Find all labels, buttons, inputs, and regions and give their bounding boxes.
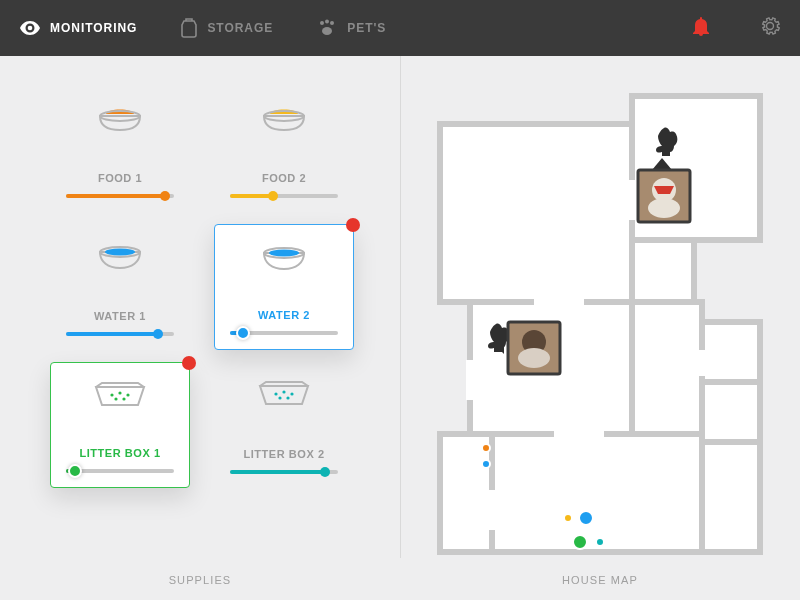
supply-card[interactable]: FOOD 2 <box>214 86 354 212</box>
supplies-panel: FOOD 1FOOD 2WATER 1WATER 2LITTER BOX 1LI… <box>0 56 400 600</box>
supply-label: FOOD 2 <box>262 172 306 184</box>
svg-rect-29 <box>702 442 760 552</box>
supply-label: FOOD 1 <box>98 172 142 184</box>
svg-point-13 <box>126 393 129 396</box>
litter-bowl-icon <box>90 377 150 415</box>
level-slider[interactable] <box>66 332 174 336</box>
notification-icon[interactable] <box>692 16 710 40</box>
svg-point-45 <box>518 348 550 368</box>
svg-rect-23 <box>632 240 694 302</box>
floor-plan[interactable] <box>434 90 764 560</box>
svg-point-12 <box>118 391 121 394</box>
svg-point-14 <box>114 397 117 400</box>
supply-card[interactable]: LITTER BOX 1 <box>50 362 190 488</box>
svg-rect-28 <box>702 382 760 442</box>
nav-storage[interactable]: STORAGE <box>181 18 273 38</box>
svg-point-16 <box>274 392 277 395</box>
settings-icon[interactable] <box>760 16 780 40</box>
svg-rect-27 <box>702 322 760 382</box>
svg-point-11 <box>110 393 113 396</box>
litter-bowl-icon <box>254 376 314 414</box>
water-bowl-icon <box>92 238 148 278</box>
water-bowl-icon <box>256 239 312 279</box>
paw-icon <box>317 19 337 37</box>
svg-point-3 <box>330 21 334 25</box>
eye-icon <box>20 21 40 35</box>
supply-card[interactable]: WATER 2 <box>214 224 354 350</box>
svg-point-10 <box>269 250 299 257</box>
food-bowl-icon <box>92 100 148 140</box>
level-slider[interactable] <box>230 194 338 198</box>
svg-rect-21 <box>440 124 632 302</box>
supply-card[interactable]: LITTER BOX 2 <box>214 362 354 488</box>
nav-label: STORAGE <box>207 21 273 35</box>
food-bowl-icon <box>256 100 312 140</box>
supplies-label: SUPPLIES <box>0 574 400 586</box>
svg-point-37 <box>482 444 490 452</box>
svg-point-2 <box>325 20 329 24</box>
svg-point-15 <box>122 397 125 400</box>
svg-rect-30 <box>632 302 702 434</box>
level-slider[interactable] <box>230 470 338 474</box>
svg-point-19 <box>278 396 281 399</box>
supply-label: WATER 1 <box>94 310 146 322</box>
svg-point-18 <box>290 392 293 395</box>
svg-point-4 <box>322 27 332 35</box>
svg-point-1 <box>320 21 324 25</box>
alert-dot-icon <box>346 218 360 232</box>
level-slider[interactable] <box>230 331 338 335</box>
svg-point-39 <box>564 514 572 522</box>
svg-point-8 <box>105 249 135 256</box>
supply-label: LITTER BOX 2 <box>243 448 324 460</box>
house-map-label: HOUSE MAP <box>400 574 800 586</box>
alert-dot-icon <box>182 356 196 370</box>
level-slider[interactable] <box>66 469 174 473</box>
svg-point-48 <box>648 198 680 218</box>
svg-point-20 <box>286 396 289 399</box>
nav-label: MONITORING <box>50 21 137 35</box>
supply-label: WATER 2 <box>258 309 310 321</box>
nav-pets[interactable]: PET'S <box>317 19 386 37</box>
svg-point-40 <box>579 511 593 525</box>
supply-card[interactable]: FOOD 1 <box>50 86 190 212</box>
svg-rect-26 <box>492 434 702 552</box>
svg-point-0 <box>28 26 33 31</box>
svg-point-17 <box>282 390 285 393</box>
house-map-panel: HOUSE MAP <box>400 56 800 600</box>
svg-point-42 <box>596 538 604 546</box>
supply-label: LITTER BOX 1 <box>79 447 160 459</box>
level-slider[interactable] <box>66 194 174 198</box>
nav-label: PET'S <box>347 21 386 35</box>
supply-card[interactable]: WATER 1 <box>50 224 190 350</box>
svg-point-38 <box>482 460 490 468</box>
storage-icon <box>181 18 197 38</box>
svg-point-41 <box>573 535 587 549</box>
nav-monitoring[interactable]: MONITORING <box>20 21 137 35</box>
